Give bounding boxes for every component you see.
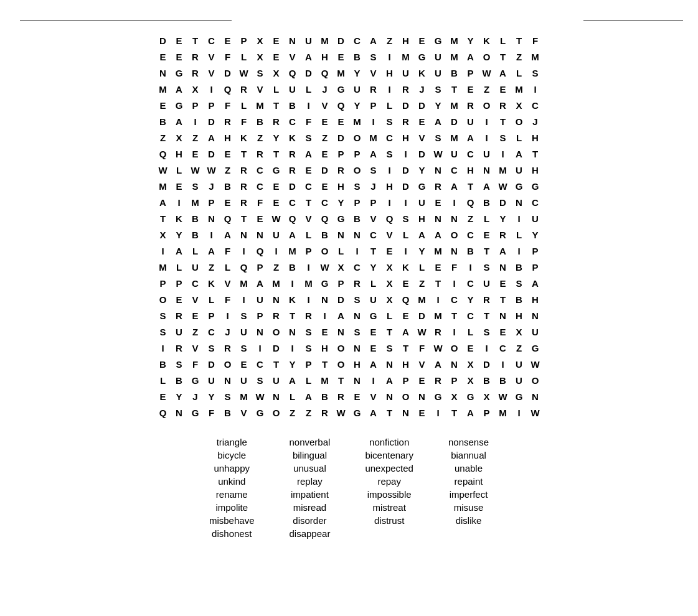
grid-cell: N [382,388,398,404]
grid-cell: B [349,210,366,226]
grid-cell: F [252,194,268,210]
grid-cell: Q [463,194,479,210]
grid-cell: G [366,307,382,324]
grid-cell: G [511,178,527,194]
grid-cell: S [220,388,236,404]
grid-cell: N [204,210,220,226]
grid-cell: F [220,291,236,307]
grid-cell: B [155,113,171,129]
grid-cell: B [317,226,333,243]
grid-cell: I [382,162,398,178]
grid-cell: I [446,324,463,340]
grid-cell: E [366,340,382,356]
grid-cell: D [495,194,511,210]
grid-cell: L [220,259,236,275]
grid-cell: A [155,194,171,210]
grid-cell: T [366,243,382,259]
grid-cell: E [479,226,495,243]
grid-cell: Z [301,404,317,421]
grid-cell: L [382,97,398,113]
grid-cell: G [333,210,349,226]
grid-cell: W [252,388,268,404]
grid-cell: Z [187,129,204,146]
word-list-item: nonfiction [347,436,431,449]
grid-cell: M [349,113,366,129]
grid-cell: K [285,291,301,307]
grid-cell: A [479,178,495,194]
grid-cell: C [382,129,398,146]
grid-cell: W [527,356,544,372]
grid-cell: A [301,146,317,162]
grid-cell: U [268,372,285,388]
grid-cell: O [155,291,171,307]
grid-cell: Z [285,404,301,421]
grid-cell: Y [349,65,366,81]
grid-cell: Y [495,210,511,226]
grid-cell: Y [171,226,187,243]
grid-cell: M [317,372,333,388]
grid-cell: D [479,356,495,372]
word-list-item: impolite [192,501,272,514]
grid-cell: X [511,97,527,113]
grid-cell: D [285,178,301,194]
grid-cell: L [495,32,511,49]
grid-cell: N [268,388,285,404]
grid-cell: W [333,404,349,421]
grid-cell: C [301,178,317,194]
grid-cell: O [317,243,333,259]
grid-cell: E [268,194,285,210]
grid-cell: O [349,162,366,178]
grid-cell: E [252,210,268,226]
grid-cell: E [495,324,511,340]
grid-cell: A [382,372,398,388]
grid-cell: B [187,210,204,226]
grid-cell: E [333,113,349,129]
grid-cell: D [398,162,414,178]
grid-cell: I [285,340,301,356]
grid-cell: B [187,226,204,243]
grid-cell: C [446,291,463,307]
grid-cell: C [204,32,220,49]
grid-cell: Q [285,210,301,226]
grid-cell: L [236,97,252,113]
grid-cell: N [430,210,446,226]
grid-cell: I [446,194,463,210]
word-list-item: rename [192,488,272,501]
grid-cell: I [252,340,268,356]
grid-cell: X [252,32,268,49]
grid-cell: I [301,97,317,113]
grid-cell: P [446,372,463,388]
grid-cell: S [155,307,171,324]
grid-cell: L [171,162,187,178]
word-list-item: nonsense [431,436,506,449]
grid-cell: M [414,291,430,307]
word-list-item: nonverbal [272,436,348,449]
grid-cell: P [398,372,414,388]
grid-cell: W [414,324,430,340]
grid-cell: B [463,243,479,259]
name-underline [20,10,232,21]
grid-cell: U [285,81,301,97]
grid-cell: I [511,210,527,226]
grid-cell: A [430,113,446,129]
grid-cell: S [301,324,317,340]
grid-cell: E [187,146,204,162]
grid-cell: M [495,162,511,178]
grid-cell: F [236,113,252,129]
grid-cell: A [527,275,544,291]
grid-cell: V [252,81,268,97]
grid-cell: T [495,113,511,129]
grid-cell: E [155,97,171,113]
grid-cell: A [204,243,220,259]
grid-cell: A [446,178,463,194]
grid-cell: C [285,194,301,210]
grid-cell: R [398,81,414,97]
grid-cell: S [382,113,398,129]
grid-cell: F [527,32,544,49]
grid-cell: A [366,146,382,162]
grid-cell: B [220,404,236,421]
grid-cell: Z [382,32,398,49]
grid-cell: L [155,372,171,388]
grid-cell: N [236,226,252,243]
grid-cell: D [317,162,333,178]
